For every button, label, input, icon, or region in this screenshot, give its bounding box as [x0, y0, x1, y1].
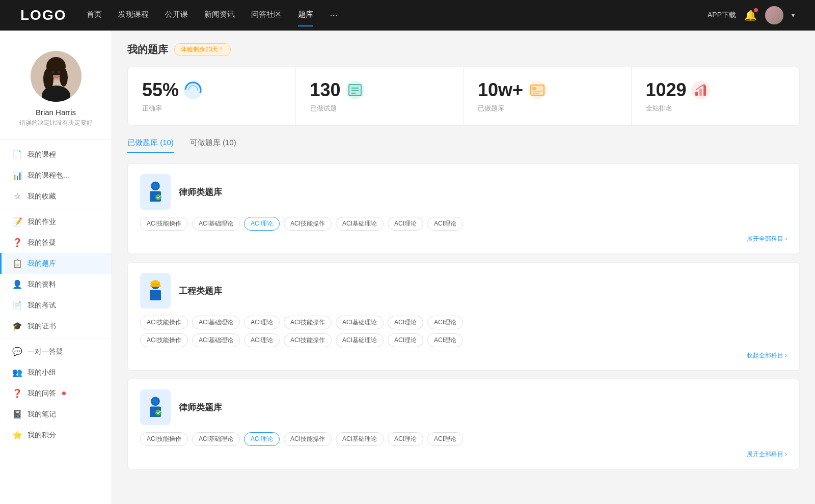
tag-item[interactable]: ACI技能操作 [284, 333, 332, 347]
sidebar-label-group: 我的小组 [28, 368, 56, 377]
nav-discover[interactable]: 发现课程 [118, 10, 149, 21]
tag-item[interactable]: ACI基础理论 [336, 333, 384, 347]
cert-icon: 🎓 [12, 321, 22, 331]
svg-point-29 [155, 194, 161, 200]
tag-item[interactable]: ACI基础理论 [192, 333, 240, 347]
sidebar: Brian Harris 错误的决定比没有决定要好 📄 我的课程 📊 我的课程包… [0, 31, 112, 504]
tab-available[interactable]: 可做题库 (10) [190, 138, 236, 153]
sidebar-item-tutoring[interactable]: 💬 一对一答疑 [0, 341, 112, 362]
tag-item[interactable]: ACI基础理论 [192, 316, 240, 329]
sidebar-label-bank: 我的题库 [28, 259, 56, 268]
nav-qa[interactable]: 问答社区 [251, 10, 282, 21]
nav-news[interactable]: 新闻资讯 [204, 10, 235, 21]
rank-icon [692, 81, 710, 99]
sidebar-label-course: 我的课程 [28, 150, 56, 159]
sidebar-label-favorites: 我的收藏 [28, 192, 56, 201]
sidebar-label-cert: 我的证书 [28, 322, 56, 331]
tag-item[interactable]: ACI理论 [388, 432, 423, 446]
bank-icon: 📋 [12, 259, 22, 268]
tag-item[interactable]: ACI理论 [427, 333, 463, 347]
tag-item[interactable]: ACI基础理论 [336, 316, 384, 329]
stat-accuracy-value: 55% [142, 79, 179, 101]
svg-point-5 [60, 68, 68, 87]
sidebar-item-course[interactable]: 📄 我的课程 [0, 144, 112, 165]
tag-item-selected[interactable]: ACI理论 [244, 217, 280, 231]
tag-item[interactable]: ACI技能操作 [140, 432, 188, 446]
tag-item[interactable]: ACI理论 [427, 217, 463, 231]
tag-item-selected[interactable]: ACI理论 [244, 432, 280, 446]
course-icon: 📄 [12, 150, 22, 159]
sidebar-item-homework[interactable]: 📝 我的作业 [0, 211, 112, 232]
tag-item[interactable]: ACI理论 [388, 333, 423, 347]
svg-rect-35 [150, 285, 161, 287]
tag-item[interactable]: ACI技能操作 [140, 333, 188, 347]
sidebar-item-exam[interactable]: 📄 我的考试 [0, 295, 112, 316]
collapse-button-2[interactable]: 收起全部科目 › [140, 351, 787, 360]
tag-item[interactable]: ACI基础理论 [336, 217, 384, 231]
tag-item[interactable]: ACI技能操作 [284, 217, 332, 231]
user-motto: 错误的决定比没有决定要好 [19, 119, 93, 127]
sidebar-item-course-pkg[interactable]: 📊 我的课程包... [0, 165, 112, 186]
sidebar-item-favorites[interactable]: ☆ 我的收藏 [0, 186, 112, 207]
expand-button-1[interactable]: 展开全部科目 › [140, 235, 787, 243]
sidebar-item-notes[interactable]: 📓 我的笔记 [0, 404, 112, 425]
tag-item[interactable]: ACI技能操作 [140, 316, 188, 329]
tab-done[interactable]: 已做题库 (10) [127, 138, 174, 153]
sidebar-item-questions[interactable]: ❓ 我的问答 [0, 383, 112, 404]
exam-icon: 📄 [12, 300, 22, 310]
bank-tags-lawyer-1: ACI技能操作 ACI基础理论 ACI理论 ACI技能操作 ACI基础理论 AC… [140, 217, 787, 231]
notification-bell[interactable]: 🔔 [744, 9, 757, 21]
svg-point-28 [152, 183, 158, 189]
tag-item[interactable]: ACI理论 [427, 432, 463, 446]
svg-rect-21 [532, 93, 539, 94]
stat-accuracy: 55% 正确率 [128, 67, 296, 125]
bank-tags-lawyer-2: ACI技能操作 ACI基础理论 ACI理论 ACI技能操作 ACI基础理论 AC… [140, 432, 787, 446]
main-content: 我的题库 体验剩余23天！ 55% 正确率 [112, 31, 815, 504]
tag-item[interactable]: ACI技能操作 [284, 316, 332, 329]
sidebar-menu: 📄 我的课程 📊 我的课程包... ☆ 我的收藏 📝 我的作业 ❓ 我的答疑 � [0, 140, 112, 450]
nav-bank[interactable]: 题库 [298, 10, 313, 21]
user-avatar[interactable] [765, 6, 783, 24]
course-pkg-icon: 📊 [12, 171, 22, 180]
tag-item[interactable]: ACI理论 [244, 316, 280, 329]
bank-card-engineer: 工程类题库 ACI技能操作 ACI基础理论 ACI理论 ACI技能操作 ACI基… [127, 262, 800, 371]
avatar-chevron-icon[interactable]: ▾ [792, 12, 795, 19]
sidebar-label-points: 我的积分 [28, 431, 56, 440]
questions-icon: ❓ [12, 388, 22, 398]
bank-list: 律师类题库 ACI技能操作 ACI基础理论 ACI理论 ACI技能操作 ACI基… [127, 163, 800, 478]
app-download-button[interactable]: APP下载 [708, 11, 736, 20]
tag-item[interactable]: ACI理论 [388, 316, 423, 329]
sidebar-item-cert[interactable]: 🎓 我的证书 [0, 316, 112, 337]
stat-accuracy-label: 正确率 [142, 104, 281, 113]
stat-banks-value: 10w+ [478, 79, 523, 101]
tag-item[interactable]: ACI基础理论 [336, 432, 384, 446]
sidebar-item-bank[interactable]: 📋 我的题库 [0, 253, 112, 274]
sidebar-divider-2 [0, 339, 112, 339]
qa-icon: ❓ [12, 238, 22, 247]
engineer-bank-icon [140, 273, 171, 309]
bank-name-engineer: 工程类题库 [179, 285, 222, 297]
notes-icon: 📓 [12, 409, 22, 419]
svg-rect-19 [532, 87, 536, 90]
expand-button-3[interactable]: 展开全部科目 › [140, 450, 787, 459]
sidebar-item-group[interactable]: 👥 我的小组 [0, 362, 112, 383]
tag-item[interactable]: ACI技能操作 [140, 217, 188, 231]
tag-item[interactable]: ACI基础理论 [192, 217, 240, 231]
tag-item[interactable]: ACI基础理论 [192, 432, 240, 446]
nav-home[interactable]: 首页 [87, 10, 102, 21]
stat-banks: 10w+ 已做题库 [464, 67, 632, 125]
sidebar-item-points[interactable]: ⭐ 我的积分 [0, 425, 112, 445]
nav-more[interactable]: ··· [330, 10, 337, 21]
stat-done-top: 130 [310, 79, 449, 101]
tag-item[interactable]: ACI理论 [388, 217, 423, 231]
nav-open[interactable]: 公开课 [165, 10, 188, 21]
svg-rect-23 [699, 89, 702, 96]
sidebar-item-profile[interactable]: 👤 我的资料 [0, 274, 112, 295]
sidebar-item-qa[interactable]: ❓ 我的答疑 [0, 232, 112, 253]
tag-item[interactable]: ACI理论 [244, 333, 280, 347]
svg-point-38 [152, 398, 158, 404]
bank-name-lawyer-2: 律师类题库 [179, 402, 222, 413]
tag-item[interactable]: ACI技能操作 [284, 432, 332, 446]
tag-item[interactable]: ACI理论 [427, 316, 463, 329]
navigation: LOGO 首页 发现课程 公开课 新闻资讯 问答社区 题库 ··· APP下载 … [0, 0, 815, 31]
